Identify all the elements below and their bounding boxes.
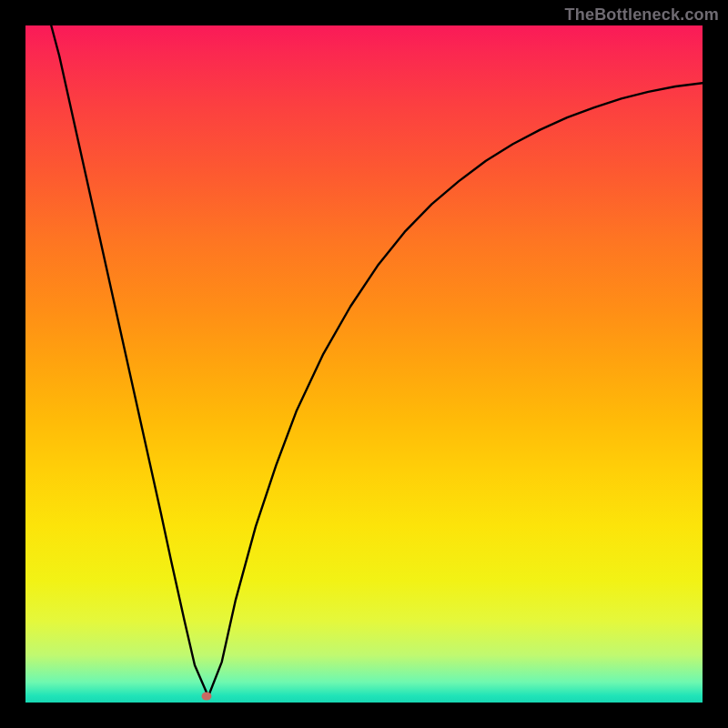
plot-area <box>25 25 703 703</box>
minimum-marker-dot <box>201 693 211 701</box>
watermark-text: TheBottleneck.com <box>565 5 719 25</box>
bottleneck-curve <box>25 25 703 703</box>
chart-frame: TheBottleneck.com <box>0 0 728 728</box>
